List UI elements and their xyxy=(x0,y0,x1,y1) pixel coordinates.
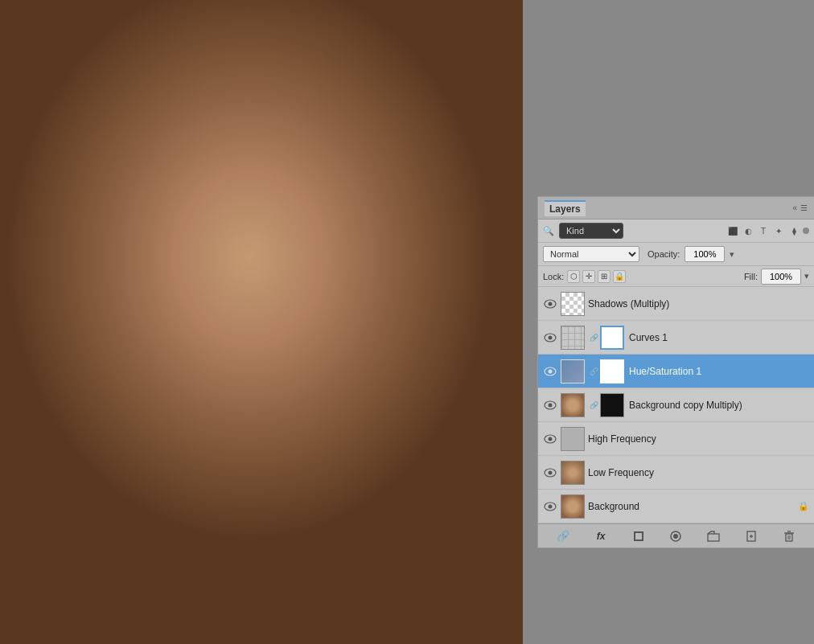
delete-layer-btn[interactable] xyxy=(781,528,797,544)
svg-point-3 xyxy=(549,335,553,339)
layer-name: Shadows (Multiply) xyxy=(588,298,809,310)
lock-icons-group: ⬡ ✛ ⊞ 🔒 xyxy=(567,270,626,283)
shape-filter-icon[interactable]: ✦ xyxy=(772,224,785,237)
fill-chevron[interactable]: ▾ xyxy=(804,271,809,281)
opacity-input[interactable] xyxy=(684,246,725,262)
layer-style-btn[interactable] xyxy=(631,528,647,544)
layer-thumbnail xyxy=(561,461,585,485)
svg-point-1 xyxy=(549,301,553,306)
visibility-toggle[interactable] xyxy=(543,330,557,345)
svg-rect-15 xyxy=(635,533,642,539)
visibility-toggle[interactable] xyxy=(543,398,557,412)
layer-name: Background xyxy=(588,501,798,512)
layer-thumbnail xyxy=(561,326,585,350)
layer-name: Background copy Multiply) xyxy=(629,400,809,411)
mask-btn[interactable] xyxy=(668,528,684,544)
opacity-label: Opacity: xyxy=(648,249,680,259)
layer-lock-icon: 🔒 xyxy=(798,501,809,511)
new-layer-btn[interactable] xyxy=(743,528,759,544)
filter-indicator xyxy=(803,228,809,234)
new-group-btn[interactable] xyxy=(705,528,722,544)
visibility-toggle[interactable] xyxy=(543,297,557,311)
lock-row: Lock: ⬡ ✛ ⊞ 🔒 Fill: ▾ xyxy=(538,266,814,287)
blend-mode-select[interactable]: Normal xyxy=(543,246,639,262)
layer-thumbnail xyxy=(561,359,585,384)
visibility-toggle[interactable] xyxy=(543,499,557,514)
layer-thumbnail xyxy=(561,393,585,417)
link-icon: 🔗 xyxy=(590,334,598,342)
fx-btn[interactable]: fx xyxy=(593,528,609,544)
face2-thumbnail xyxy=(561,461,584,484)
photo-area xyxy=(0,0,523,644)
layer-row[interactable]: 🔗 Curves 1 xyxy=(538,321,814,355)
layers-panel: Layers « ☰ 🔍 Kind ⬛ ◐ T ✦ ⧫ Normal Opaci… xyxy=(537,196,814,548)
layers-toolbar: 🔗 fx xyxy=(538,523,814,548)
layers-tab[interactable]: Layers xyxy=(545,200,586,216)
svg-point-17 xyxy=(673,534,678,539)
visibility-toggle[interactable] xyxy=(543,466,557,480)
face-thumbnail xyxy=(561,394,584,416)
layer-row[interactable]: 🔗 Hue/Saturation 1 xyxy=(538,355,814,388)
layer-row[interactable]: 🔗 Background copy Multiply) xyxy=(538,388,814,422)
layer-thumbnail xyxy=(561,494,585,519)
svg-point-13 xyxy=(549,504,553,508)
panel-controls: « ☰ xyxy=(792,203,808,212)
layer-row[interactable]: Shadows (Multiply) xyxy=(538,287,814,321)
layer-thumbnail xyxy=(561,292,585,316)
gray-thumbnail xyxy=(561,428,584,450)
layer-name: Low Frequency xyxy=(588,467,809,478)
kind-select[interactable]: Kind xyxy=(559,223,623,239)
layer-mask-thumbnail xyxy=(600,393,624,417)
layer-mask-thumbnail xyxy=(600,326,624,350)
svg-point-7 xyxy=(549,403,553,407)
svg-rect-22 xyxy=(786,534,792,541)
collapse-arrow[interactable]: « xyxy=(792,203,797,212)
type-filter-icon[interactable]: T xyxy=(757,224,770,237)
filter-icons: ⬛ ◐ T ✦ ⧫ xyxy=(726,224,809,237)
hue-thumbnail xyxy=(561,360,584,383)
lock-all-btn[interactable]: 🔒 xyxy=(613,270,626,283)
fill-input[interactable] xyxy=(761,269,801,285)
pixel-filter-icon[interactable]: ⬛ xyxy=(726,224,739,237)
opacity-chevron[interactable]: ▾ xyxy=(730,249,734,260)
lock-pixels-btn[interactable]: ⬡ xyxy=(567,270,580,283)
fill-label: Fill: xyxy=(744,272,758,281)
search-icon: 🔍 xyxy=(543,226,554,236)
link-layers-btn[interactable]: 🔗 xyxy=(555,528,571,544)
layer-row[interactable]: High Frequency xyxy=(538,422,814,456)
svg-point-5 xyxy=(549,369,553,373)
panel-header: Layers « ☰ xyxy=(538,197,814,219)
visibility-toggle[interactable] xyxy=(543,364,557,379)
svg-rect-18 xyxy=(708,534,719,541)
layer-thumbnail xyxy=(561,427,585,451)
layer-row[interactable]: Background 🔒 xyxy=(538,490,814,523)
lock-label: Lock: xyxy=(543,272,564,281)
bg-thumbnail xyxy=(561,495,584,518)
layer-name: High Frequency xyxy=(588,433,809,445)
link-icon: 🔗 xyxy=(590,367,598,375)
adjustment-filter-icon[interactable]: ◐ xyxy=(742,224,754,237)
layer-mask-thumbnail xyxy=(600,359,624,384)
svg-point-9 xyxy=(549,437,553,441)
fill-section: Fill: ▾ xyxy=(741,269,809,285)
visibility-toggle[interactable] xyxy=(543,432,557,446)
link-icon: 🔗 xyxy=(590,401,598,409)
curves-thumbnail xyxy=(561,326,584,349)
layers-list: Shadows (Multiply) 🔗 Curves 1 xyxy=(538,287,814,523)
layer-name: Curves 1 xyxy=(629,332,809,343)
smart-filter-icon[interactable]: ⧫ xyxy=(787,224,800,237)
checker-pattern xyxy=(561,293,584,315)
lock-position-btn[interactable]: ✛ xyxy=(582,270,595,283)
lock-artboard-btn[interactable]: ⊞ xyxy=(598,270,610,283)
menu-icon[interactable]: ☰ xyxy=(800,203,808,212)
layer-name: Hue/Saturation 1 xyxy=(629,366,809,377)
svg-point-11 xyxy=(549,470,553,474)
layer-row[interactable]: Low Frequency xyxy=(538,456,814,490)
kind-filter-row: 🔍 Kind ⬛ ◐ T ✦ ⧫ xyxy=(538,219,814,243)
blend-row: Normal Opacity: ▾ xyxy=(538,243,814,266)
photo-painting xyxy=(0,0,523,644)
